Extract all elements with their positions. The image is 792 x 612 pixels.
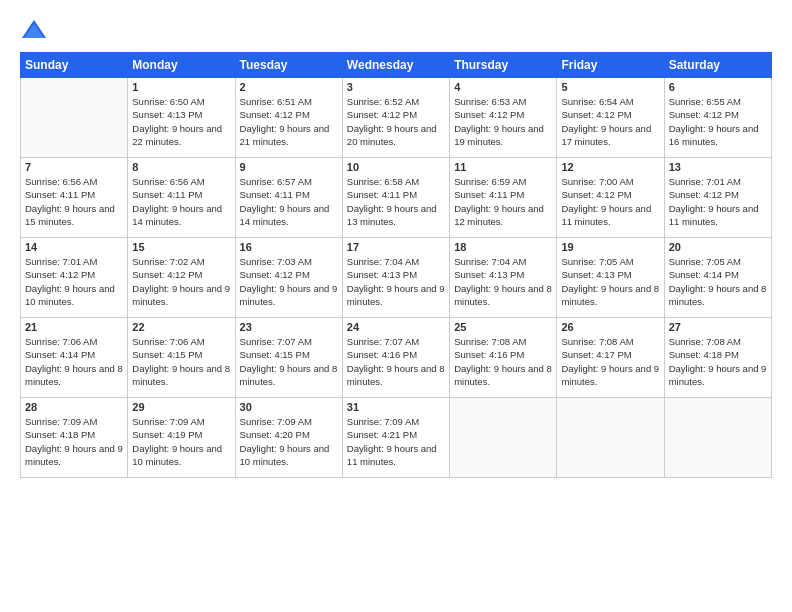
cell-info: Sunrise: 6:57 AMSunset: 4:11 PMDaylight:… — [240, 175, 338, 228]
calendar-cell: 1Sunrise: 6:50 AMSunset: 4:13 PMDaylight… — [128, 78, 235, 158]
day-number: 11 — [454, 161, 552, 173]
calendar-cell — [557, 398, 664, 478]
calendar-cell: 2Sunrise: 6:51 AMSunset: 4:12 PMDaylight… — [235, 78, 342, 158]
calendar-cell: 14Sunrise: 7:01 AMSunset: 4:12 PMDayligh… — [21, 238, 128, 318]
day-number: 20 — [669, 241, 767, 253]
calendar-cell: 25Sunrise: 7:08 AMSunset: 4:16 PMDayligh… — [450, 318, 557, 398]
day-number: 4 — [454, 81, 552, 93]
week-row-2: 14Sunrise: 7:01 AMSunset: 4:12 PMDayligh… — [21, 238, 772, 318]
cell-info: Sunrise: 6:55 AMSunset: 4:12 PMDaylight:… — [669, 95, 767, 148]
day-number: 13 — [669, 161, 767, 173]
calendar-cell: 8Sunrise: 6:56 AMSunset: 4:11 PMDaylight… — [128, 158, 235, 238]
weekday-header-saturday: Saturday — [664, 53, 771, 78]
calendar-cell: 3Sunrise: 6:52 AMSunset: 4:12 PMDaylight… — [342, 78, 449, 158]
cell-info: Sunrise: 7:08 AMSunset: 4:17 PMDaylight:… — [561, 335, 659, 388]
weekday-header-friday: Friday — [557, 53, 664, 78]
calendar-cell: 28Sunrise: 7:09 AMSunset: 4:18 PMDayligh… — [21, 398, 128, 478]
day-number: 14 — [25, 241, 123, 253]
weekday-header-tuesday: Tuesday — [235, 53, 342, 78]
calendar-cell: 24Sunrise: 7:07 AMSunset: 4:16 PMDayligh… — [342, 318, 449, 398]
cell-info: Sunrise: 7:07 AMSunset: 4:16 PMDaylight:… — [347, 335, 445, 388]
calendar-cell: 21Sunrise: 7:06 AMSunset: 4:14 PMDayligh… — [21, 318, 128, 398]
calendar-cell: 10Sunrise: 6:58 AMSunset: 4:11 PMDayligh… — [342, 158, 449, 238]
calendar-cell: 30Sunrise: 7:09 AMSunset: 4:20 PMDayligh… — [235, 398, 342, 478]
logo — [20, 16, 52, 44]
calendar-cell: 16Sunrise: 7:03 AMSunset: 4:12 PMDayligh… — [235, 238, 342, 318]
calendar-cell: 17Sunrise: 7:04 AMSunset: 4:13 PMDayligh… — [342, 238, 449, 318]
cell-info: Sunrise: 7:01 AMSunset: 4:12 PMDaylight:… — [669, 175, 767, 228]
calendar-cell: 31Sunrise: 7:09 AMSunset: 4:21 PMDayligh… — [342, 398, 449, 478]
cell-info: Sunrise: 6:53 AMSunset: 4:12 PMDaylight:… — [454, 95, 552, 148]
day-number: 30 — [240, 401, 338, 413]
cell-info: Sunrise: 6:58 AMSunset: 4:11 PMDaylight:… — [347, 175, 445, 228]
cell-info: Sunrise: 7:09 AMSunset: 4:19 PMDaylight:… — [132, 415, 230, 468]
calendar-cell: 4Sunrise: 6:53 AMSunset: 4:12 PMDaylight… — [450, 78, 557, 158]
cell-info: Sunrise: 7:09 AMSunset: 4:21 PMDaylight:… — [347, 415, 445, 468]
cell-info: Sunrise: 7:01 AMSunset: 4:12 PMDaylight:… — [25, 255, 123, 308]
calendar-cell: 11Sunrise: 6:59 AMSunset: 4:11 PMDayligh… — [450, 158, 557, 238]
calendar-cell: 29Sunrise: 7:09 AMSunset: 4:19 PMDayligh… — [128, 398, 235, 478]
cell-info: Sunrise: 6:56 AMSunset: 4:11 PMDaylight:… — [132, 175, 230, 228]
calendar-table: SundayMondayTuesdayWednesdayThursdayFrid… — [20, 52, 772, 478]
day-number: 12 — [561, 161, 659, 173]
day-number: 25 — [454, 321, 552, 333]
calendar-cell: 23Sunrise: 7:07 AMSunset: 4:15 PMDayligh… — [235, 318, 342, 398]
weekday-header-wednesday: Wednesday — [342, 53, 449, 78]
cell-info: Sunrise: 7:08 AMSunset: 4:16 PMDaylight:… — [454, 335, 552, 388]
cell-info: Sunrise: 7:04 AMSunset: 4:13 PMDaylight:… — [347, 255, 445, 308]
calendar-cell — [450, 398, 557, 478]
week-row-4: 28Sunrise: 7:09 AMSunset: 4:18 PMDayligh… — [21, 398, 772, 478]
cell-info: Sunrise: 7:07 AMSunset: 4:15 PMDaylight:… — [240, 335, 338, 388]
cell-info: Sunrise: 7:02 AMSunset: 4:12 PMDaylight:… — [132, 255, 230, 308]
day-number: 23 — [240, 321, 338, 333]
cell-info: Sunrise: 6:52 AMSunset: 4:12 PMDaylight:… — [347, 95, 445, 148]
cell-info: Sunrise: 6:50 AMSunset: 4:13 PMDaylight:… — [132, 95, 230, 148]
day-number: 9 — [240, 161, 338, 173]
calendar-cell: 9Sunrise: 6:57 AMSunset: 4:11 PMDaylight… — [235, 158, 342, 238]
weekday-header-row: SundayMondayTuesdayWednesdayThursdayFrid… — [21, 53, 772, 78]
cell-info: Sunrise: 6:54 AMSunset: 4:12 PMDaylight:… — [561, 95, 659, 148]
day-number: 10 — [347, 161, 445, 173]
calendar-cell: 15Sunrise: 7:02 AMSunset: 4:12 PMDayligh… — [128, 238, 235, 318]
calendar-cell: 18Sunrise: 7:04 AMSunset: 4:13 PMDayligh… — [450, 238, 557, 318]
day-number: 26 — [561, 321, 659, 333]
day-number: 6 — [669, 81, 767, 93]
cell-info: Sunrise: 7:05 AMSunset: 4:13 PMDaylight:… — [561, 255, 659, 308]
day-number: 29 — [132, 401, 230, 413]
calendar-cell: 20Sunrise: 7:05 AMSunset: 4:14 PMDayligh… — [664, 238, 771, 318]
calendar-cell: 7Sunrise: 6:56 AMSunset: 4:11 PMDaylight… — [21, 158, 128, 238]
day-number: 15 — [132, 241, 230, 253]
cell-info: Sunrise: 7:09 AMSunset: 4:20 PMDaylight:… — [240, 415, 338, 468]
day-number: 28 — [25, 401, 123, 413]
header — [20, 16, 772, 44]
cell-info: Sunrise: 7:08 AMSunset: 4:18 PMDaylight:… — [669, 335, 767, 388]
week-row-0: 1Sunrise: 6:50 AMSunset: 4:13 PMDaylight… — [21, 78, 772, 158]
calendar-cell: 26Sunrise: 7:08 AMSunset: 4:17 PMDayligh… — [557, 318, 664, 398]
page: SundayMondayTuesdayWednesdayThursdayFrid… — [0, 0, 792, 612]
cell-info: Sunrise: 7:09 AMSunset: 4:18 PMDaylight:… — [25, 415, 123, 468]
day-number: 17 — [347, 241, 445, 253]
cell-info: Sunrise: 6:59 AMSunset: 4:11 PMDaylight:… — [454, 175, 552, 228]
calendar-cell: 27Sunrise: 7:08 AMSunset: 4:18 PMDayligh… — [664, 318, 771, 398]
calendar-cell: 12Sunrise: 7:00 AMSunset: 4:12 PMDayligh… — [557, 158, 664, 238]
cell-info: Sunrise: 7:03 AMSunset: 4:12 PMDaylight:… — [240, 255, 338, 308]
calendar-cell: 5Sunrise: 6:54 AMSunset: 4:12 PMDaylight… — [557, 78, 664, 158]
cell-info: Sunrise: 7:06 AMSunset: 4:15 PMDaylight:… — [132, 335, 230, 388]
day-number: 18 — [454, 241, 552, 253]
cell-info: Sunrise: 7:05 AMSunset: 4:14 PMDaylight:… — [669, 255, 767, 308]
day-number: 5 — [561, 81, 659, 93]
weekday-header-sunday: Sunday — [21, 53, 128, 78]
day-number: 16 — [240, 241, 338, 253]
cell-info: Sunrise: 6:56 AMSunset: 4:11 PMDaylight:… — [25, 175, 123, 228]
day-number: 2 — [240, 81, 338, 93]
cell-info: Sunrise: 7:04 AMSunset: 4:13 PMDaylight:… — [454, 255, 552, 308]
weekday-header-thursday: Thursday — [450, 53, 557, 78]
day-number: 1 — [132, 81, 230, 93]
day-number: 7 — [25, 161, 123, 173]
day-number: 22 — [132, 321, 230, 333]
day-number: 31 — [347, 401, 445, 413]
calendar-cell: 19Sunrise: 7:05 AMSunset: 4:13 PMDayligh… — [557, 238, 664, 318]
logo-icon — [20, 16, 48, 44]
day-number: 8 — [132, 161, 230, 173]
day-number: 27 — [669, 321, 767, 333]
